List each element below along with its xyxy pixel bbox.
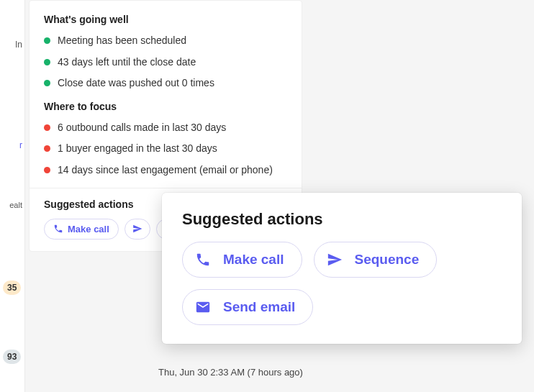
well-item: Close date was pushed out 0 times xyxy=(44,76,287,91)
suggested-actions-popover: Suggested actions Make call Sequence Sen… xyxy=(162,193,522,344)
sequence-icon xyxy=(132,224,142,234)
frag-in: In xyxy=(15,40,22,50)
dot-icon xyxy=(44,124,50,131)
well-item-text: 43 days left until the close date xyxy=(58,55,196,70)
focus-title: Where to focus xyxy=(44,101,287,112)
phone-icon xyxy=(53,224,63,234)
focus-item-text: 14 days since last engagement (email or … xyxy=(58,163,273,178)
sequence-icon xyxy=(325,250,345,270)
make-call-label: Make call xyxy=(68,224,109,234)
popover-actions-row: Make call Sequence Send email xyxy=(182,242,502,325)
sequence-button[interactable]: Sequence xyxy=(314,242,438,278)
popover-title: Suggested actions xyxy=(182,210,502,229)
badge-93: 93 xyxy=(3,350,21,364)
dot-icon xyxy=(44,80,50,86)
dot-icon xyxy=(44,37,50,44)
badge-35: 35 xyxy=(3,281,21,295)
timestamp: Thu, Jun 30 2:33 AM (7 hours ago) xyxy=(158,367,303,378)
send-email-button[interactable]: Send email xyxy=(182,289,313,325)
well-item: Meeting has been scheduled xyxy=(44,34,287,48)
email-icon xyxy=(193,297,213,317)
sequence-button[interactable] xyxy=(125,219,150,240)
divider xyxy=(30,188,302,188)
frag-r: r xyxy=(19,140,22,150)
phone-icon xyxy=(193,250,213,270)
make-call-button[interactable]: Make call xyxy=(44,219,119,240)
well-item-text: Meeting has been scheduled xyxy=(58,34,186,48)
dot-icon xyxy=(44,59,50,65)
focus-item-text: 6 outbound calls made in last 30 days xyxy=(58,121,226,135)
make-call-button[interactable]: Make call xyxy=(182,242,302,278)
well-title: What's going well xyxy=(44,14,287,25)
send-email-label: Send email xyxy=(223,299,295,315)
focus-item: 14 days since last engagement (email or … xyxy=(44,163,287,178)
well-item-text: Close date was pushed out 0 times xyxy=(58,76,214,91)
left-sidebar-fragment: In r ealt 35 93 xyxy=(0,0,25,392)
dot-icon xyxy=(44,167,50,173)
focus-item: 1 buyer engaged in the last 30 days xyxy=(44,142,287,156)
frag-ealt: ealt xyxy=(9,201,22,209)
well-item: 43 days left until the close date xyxy=(44,55,287,70)
focus-item: 6 outbound calls made in last 30 days xyxy=(44,121,287,135)
make-call-label: Make call xyxy=(223,252,284,268)
sequence-label: Sequence xyxy=(355,252,420,268)
dot-icon xyxy=(44,145,50,152)
focus-item-text: 1 buyer engaged in the last 30 days xyxy=(58,142,217,156)
